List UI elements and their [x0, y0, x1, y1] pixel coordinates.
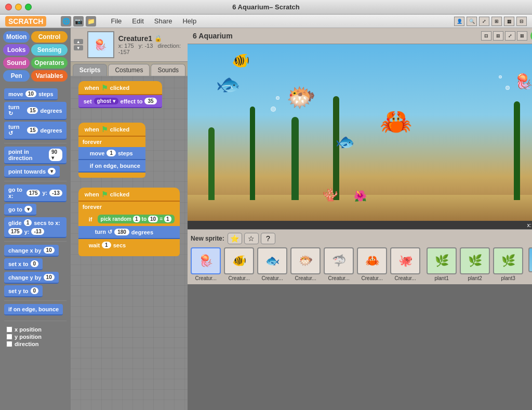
- block-wait[interactable]: wait 1 secs: [78, 239, 180, 251]
- checkbox-ypos[interactable]: y position: [6, 334, 64, 340]
- block-if[interactable]: if pick random 1 to 10 = 1: [78, 212, 180, 226]
- when-clicked-3[interactable]: when ⚑ clicked: [78, 188, 180, 202]
- scripts-area[interactable]: when ⚑ clicked set ghost ▾ effect to 35 …: [71, 76, 188, 410]
- bubble-2: [499, 75, 502, 78]
- block-glide[interactable]: glide 1 secs to x: 175 y: -13: [4, 217, 66, 238]
- block-forever-2[interactable]: forever: [78, 137, 145, 147]
- block-set-x[interactable]: set x to 0: [4, 258, 66, 270]
- category-control[interactable]: Control: [31, 31, 67, 43]
- tab-costumes[interactable]: Costumes: [108, 64, 150, 76]
- layout2-icon[interactable]: ⊟: [516, 17, 527, 26]
- sprite-creature1[interactable]: 🪼 Creatur...: [191, 247, 221, 281]
- direction-checkbox[interactable]: [6, 341, 12, 347]
- script-group-1: when ⚑ clicked set ghost ▾ effect to 35: [78, 81, 162, 108]
- fish-5: 🦀: [380, 107, 412, 137]
- menu-share[interactable]: Share: [154, 17, 172, 25]
- checkbox-xpos[interactable]: x position: [6, 326, 64, 333]
- block-turn-180[interactable]: turn ↺ 180 degrees: [78, 226, 180, 239]
- menu-edit[interactable]: Edit: [132, 17, 143, 25]
- sprite-creature6[interactable]: 🦀 Creatur...: [357, 247, 387, 281]
- tab-sounds[interactable]: Sounds: [151, 64, 185, 76]
- new-sprite-stamp[interactable]: ☆: [244, 233, 259, 244]
- window-buttons[interactable]: [5, 4, 32, 10]
- new-sprite-random[interactable]: ?: [261, 233, 275, 244]
- sprite-creature3[interactable]: 🐟 Creatur...: [257, 247, 287, 281]
- block-point-direction[interactable]: point in direction 90 ▾: [4, 147, 66, 164]
- block-bounce[interactable]: if on edge, bounce: [4, 304, 66, 315]
- category-pen[interactable]: Pen: [3, 70, 30, 82]
- stage-thumb-img: [528, 247, 532, 272]
- ypos-checkbox[interactable]: [6, 334, 12, 340]
- block-turn-ccw[interactable]: turn ↺ 15 degrees: [4, 122, 66, 140]
- block-point-towards[interactable]: point towards ▾: [4, 166, 66, 178]
- maximize-button[interactable]: [25, 4, 32, 10]
- stage-coords: x: -783 y: 46: [188, 221, 532, 229]
- expand-icon[interactable]: ⤢: [479, 17, 489, 26]
- present-icon[interactable]: ⊞: [491, 17, 502, 26]
- scratch-logo: SCRATCH: [5, 16, 46, 27]
- sprite-plant2-label: plant2: [468, 275, 482, 281]
- category-sensing[interactable]: Sensing: [31, 44, 67, 56]
- block-bounce-2[interactable]: if on edge, bounce: [78, 160, 145, 173]
- sprite-creature4-label: Creatur...: [295, 275, 316, 281]
- bubble-4: [276, 96, 280, 100]
- folder-icon[interactable]: 📁: [86, 16, 96, 27]
- block-change-x[interactable]: change x by 10: [4, 245, 66, 257]
- stage-extra[interactable]: ⊠: [517, 31, 527, 41]
- sprite-list: 🪼 Creatur... 🐠 Creatur... 🐟 Creatur... 🐡…: [191, 247, 532, 281]
- tab-scripts[interactable]: Scripts: [73, 64, 108, 76]
- sprite-nav-down[interactable]: ▼: [74, 45, 83, 50]
- block-categories: Motion Control Looks Sensing Sound Opera…: [0, 28, 71, 85]
- block-move[interactable]: move 10 steps: [4, 88, 66, 100]
- menu-file[interactable]: File: [111, 17, 122, 25]
- search-icon[interactable]: 🔍: [467, 17, 477, 26]
- category-variables[interactable]: Variables: [31, 70, 67, 82]
- category-operators[interactable]: Operators: [31, 57, 67, 69]
- sprite-creature5[interactable]: 🦈 Creatur...: [324, 247, 354, 281]
- menu-help[interactable]: Help: [182, 17, 196, 25]
- camera-icon[interactable]: 📷: [73, 16, 84, 27]
- sprite-creature7[interactable]: 🐙 Creatur...: [390, 247, 420, 281]
- block-list: move 10 steps turn ↻ 15 degrees turn ↺ 1…: [0, 85, 71, 410]
- seaweed-1: [208, 127, 215, 200]
- category-sound[interactable]: Sound: [3, 57, 30, 69]
- script-tabs: Scripts Costumes Sounds: [71, 62, 188, 76]
- block-move-1[interactable]: move 1 steps: [78, 147, 145, 160]
- block-set-effect[interactable]: set ghost ▾ effect to 35: [78, 95, 162, 108]
- checkbox-direction[interactable]: direction: [6, 341, 64, 347]
- when-clicked-1[interactable]: when ⚑ clicked: [78, 81, 162, 95]
- block-goto-xy[interactable]: go to x: 175 y: -13: [4, 184, 66, 202]
- block-turn-cw[interactable]: turn ↻ 15 degrees: [4, 102, 66, 120]
- middle-panel: ▲ ▼ 🪼 Creature1 🔒 x: 175 y: -13 directio…: [71, 28, 188, 410]
- block-forever-3[interactable]: forever: [78, 202, 180, 212]
- sprite-plant2[interactable]: 🌿 plant2: [460, 247, 490, 281]
- stage-size-full[interactable]: ⤢: [505, 31, 515, 41]
- close-button[interactable]: [5, 4, 12, 10]
- stage-size-small[interactable]: ⊟: [481, 31, 491, 41]
- sprite-name-text: Creature1: [118, 34, 152, 43]
- block-set-y[interactable]: set y to 0: [4, 285, 66, 297]
- sprite-nav-up[interactable]: ▲: [74, 39, 83, 44]
- category-looks[interactable]: Looks: [3, 44, 30, 56]
- fish-3: 🐡: [286, 83, 316, 111]
- new-sprite-paint[interactable]: ⭐: [228, 233, 242, 244]
- seaweed-3: [291, 117, 299, 200]
- lock-icon: 🔒: [154, 35, 162, 42]
- sprite-plant1[interactable]: 🌿 plant1: [427, 247, 457, 281]
- xpos-checkbox[interactable]: [6, 326, 12, 333]
- layout1-icon[interactable]: ▦: [504, 17, 514, 26]
- stage-size-normal[interactable]: ⊞: [493, 31, 503, 41]
- minimize-button[interactable]: [15, 4, 22, 10]
- stage-thumb[interactable]: Stage: [528, 247, 532, 281]
- category-motion[interactable]: Motion: [3, 31, 30, 43]
- block-goto[interactable]: go to ▾: [4, 204, 66, 216]
- when-clicked-2[interactable]: when ⚑ clicked: [78, 123, 145, 137]
- sprite-creature2[interactable]: 🐠 Creatur...: [224, 247, 254, 281]
- person-icon[interactable]: 👤: [454, 17, 464, 26]
- sprite-plant3[interactable]: 🌿 plant3: [493, 247, 523, 281]
- sprite-creature4[interactable]: 🐡 Creatur...: [290, 247, 321, 281]
- sprite-info: Creature1 🔒 x: 175 y: -13 direction: -15…: [118, 34, 184, 55]
- block-change-y[interactable]: change y by 10: [4, 272, 66, 284]
- globe-icon[interactable]: 🌐: [61, 16, 71, 27]
- stage-canvas: 🪸 🌺 🐟 🐠 🐡 🐟 🦀 🪼: [188, 44, 532, 221]
